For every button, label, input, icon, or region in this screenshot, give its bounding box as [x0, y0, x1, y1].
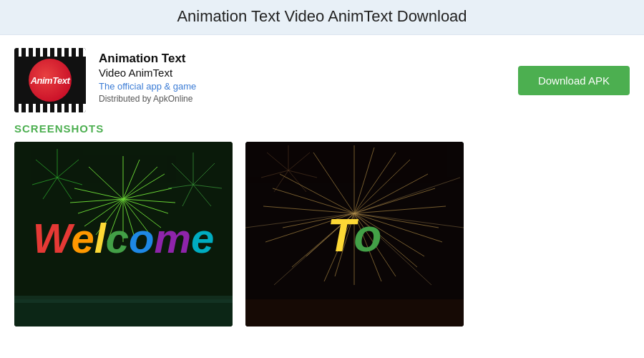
- download-apk-button[interactable]: Download APK: [518, 66, 630, 95]
- screenshots-label: SCREENSHOTS: [14, 122, 630, 135]
- app-logo: AnimText: [29, 59, 72, 102]
- svg-rect-34: [14, 296, 233, 303]
- app-subtitle: Video AnimText: [99, 67, 505, 79]
- app-tagline: The official app & game: [99, 81, 505, 92]
- page-header: Animation Text Video AnimText Download: [0, 0, 644, 35]
- filmstrip-icon: AnimText: [14, 48, 86, 112]
- screenshot-1: Welcome: [14, 142, 233, 326]
- screenshots-row: Welcome: [14, 142, 630, 326]
- app-info-section: AnimText Animation Text Video AnimText T…: [0, 35, 644, 120]
- screenshots-section: SCREENSHOTS: [0, 120, 644, 326]
- page-title: Animation Text Video AnimText Download: [0, 7, 644, 26]
- svg-rect-33: [14, 299, 233, 326]
- app-details: Animation Text Video AnimText The offici…: [99, 48, 505, 104]
- app-name: Animation Text: [99, 51, 505, 67]
- screenshot-2: To: [245, 142, 464, 326]
- app-distributor: Distributed by ApkOnline: [99, 94, 505, 104]
- app-icon-wrapper: AnimText: [14, 48, 86, 112]
- app-logo-text: AnimText: [31, 75, 70, 86]
- svg-rect-72: [245, 299, 464, 326]
- screenshot-2-text: To: [328, 209, 382, 262]
- screenshot-1-text: Welcome: [33, 214, 215, 262]
